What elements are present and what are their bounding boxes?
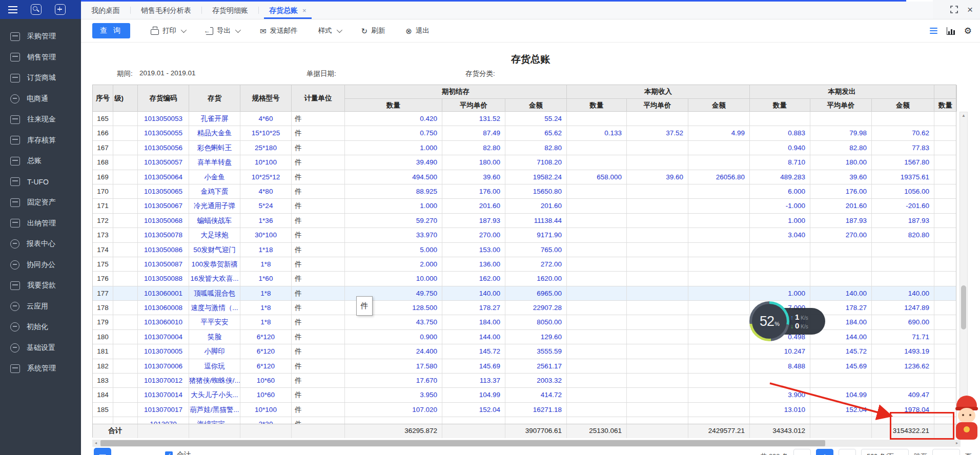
table-row[interactable]: 1681013050057喜羊羊转盘10*100件39.490180.00710… <box>93 155 956 170</box>
scroll-up-icon[interactable]: ▲ <box>960 112 967 119</box>
vertical-scrollbar[interactable]: ▲ ▼ <box>959 112 968 431</box>
fullscreen-icon[interactable] <box>950 6 958 13</box>
table-row[interactable]: 1751013050087100发恭贺新禧1*8件2.000136.00272.… <box>93 257 956 272</box>
sidebar-item-基础设置[interactable]: 基础设置 <box>0 338 81 359</box>
header-col-seq[interactable]: 序号 <box>93 85 113 112</box>
sidebar-item-电商通[interactable]: 电商通 <box>0 89 81 110</box>
page-size-select[interactable]: 500 条/页 <box>861 449 909 455</box>
sidebar-item-我要贷款[interactable]: 我要贷款 <box>0 275 81 296</box>
tab-4[interactable]: 存货总账× <box>259 2 317 19</box>
export-button[interactable]: 导出 <box>206 26 239 35</box>
header-col-unit[interactable]: 计量单位 <box>292 85 345 112</box>
sidebar-item-协同办公[interactable]: 协同办公 <box>0 255 81 276</box>
header-sub-9[interactable]: 金额 <box>872 98 934 112</box>
table-row[interactable]: 1731013050078大足球炮30*100件33.970270.009171… <box>93 228 956 242</box>
table-row[interactable]: 1711013050067冷光通用子弹5*24件1.000201.60201.6… <box>93 199 956 213</box>
header-group-2[interactable]: 本期收入 <box>567 85 750 98</box>
sidebar-item-订货商城[interactable]: 订货商城 <box>0 68 81 89</box>
header-col-level[interactable]: 级) <box>113 85 138 112</box>
sidebar-item-库存核算[interactable]: 库存核算 <box>0 130 81 151</box>
search-icon[interactable] <box>31 4 42 15</box>
sidebar-item-销售管理[interactable]: 销售管理 <box>0 47 81 68</box>
tab-1[interactable]: 我的桌面 <box>81 2 130 19</box>
header-col-spec[interactable]: 规格型号 <box>240 85 292 112</box>
loan-money-icon <box>10 281 20 290</box>
cell-num-9 <box>872 243 934 257</box>
header-sub-5[interactable]: 平均单价 <box>627 98 688 112</box>
cell-num-9 <box>872 272 934 285</box>
scroll-right-icon[interactable]: ▸ <box>953 440 961 447</box>
cell-num-7: 1.000 <box>750 286 810 300</box>
send-email-button[interactable]: ✉ 发送邮件 <box>260 26 298 35</box>
tab-close-icon[interactable]: × <box>302 7 307 14</box>
table-row[interactable]: 1701013050065金鸡下蛋4*80件88.925176.0015650.… <box>93 184 956 199</box>
table-row[interactable]: 1791013060010平平安安1*8件43.750184.008050.00… <box>93 315 956 329</box>
table-row[interactable]: 1801013070004笑脸6*120件0.900144.00129.600.… <box>93 330 956 344</box>
header-sub-6[interactable]: 金额 <box>688 98 750 112</box>
grid-action-button[interactable]: ▤ <box>94 448 111 455</box>
next-page-button[interactable]: › <box>839 449 856 455</box>
sidebar-item-往来现金[interactable]: 往来现金 <box>0 109 81 130</box>
performance-ball-overlay[interactable]: 52% <box>749 301 789 341</box>
header-col-name[interactable]: 存货 <box>189 85 240 112</box>
sidebar-item-label: 云应用 <box>27 302 48 311</box>
horizontal-scrollbar[interactable]: ◂ ▸ <box>92 440 961 447</box>
header-sub-7[interactable]: 数量 <box>750 98 810 112</box>
current-page-button[interactable]: 1 <box>816 449 833 455</box>
horizontal-scroll-thumb[interactable] <box>100 440 825 446</box>
table-row[interactable]: 1661013050055精品大金鱼15*10*25件0.75087.4965.… <box>93 126 956 140</box>
table-row[interactable]: 1771013060001顶呱呱混合包1*8件49.750140.006965.… <box>93 286 956 301</box>
gear-icon[interactable]: ⚙ <box>964 27 972 35</box>
cell-num-1: 2.000 <box>345 257 442 271</box>
table-row[interactable]: 1651013050053孔雀开屏4*60件0.420131.5255.24 <box>93 112 956 126</box>
header-group-3[interactable]: 本期发出 <box>750 85 934 98</box>
tab-2[interactable]: 销售毛利分析表 <box>131 2 201 19</box>
cell-partial <box>934 330 956 344</box>
sidebar-item-T-UFO[interactable]: T-UFO <box>0 172 81 193</box>
print-button[interactable]: 打印 <box>151 26 185 35</box>
table-row[interactable]: 1821013070006逗你玩6*120件17.580145.692561.1… <box>93 359 956 374</box>
header-sub-3[interactable]: 金额 <box>505 98 567 112</box>
table-row[interactable]: 1691013050064小金鱼10*25*12件494.50039.60195… <box>93 170 956 184</box>
header-sub-2[interactable]: 平均单价 <box>442 98 505 112</box>
bar-chart-icon[interactable] <box>947 27 955 35</box>
table-row[interactable]: 176101305008816发皆大欢喜...1*60件10.000162.00… <box>93 272 956 286</box>
header-sub-8[interactable]: 平均单价 <box>810 98 872 112</box>
table-row[interactable]: 1811013070005小脚印6*120件24.400145.723555.5… <box>93 344 956 359</box>
totals-checkbox[interactable]: ✓ <box>165 451 173 455</box>
sidebar-item-初始化[interactable]: 初始化 <box>0 317 81 338</box>
sidebar-item-报表中心[interactable]: 报表中心 <box>0 234 81 255</box>
table-row[interactable]: 1721013050068蝙蝠侠战车1*36件59.270187.9311138… <box>93 214 956 228</box>
header-col-code[interactable]: 存货编码 <box>138 85 189 112</box>
scroll-left-icon[interactable]: ◂ <box>92 440 99 447</box>
window-close-icon[interactable]: × <box>967 5 973 14</box>
tab-3[interactable]: 存货明细账 <box>202 2 258 19</box>
sidebar-item-总账[interactable]: 总账 <box>0 151 81 172</box>
jump-page-input[interactable] <box>932 449 960 455</box>
table-row[interactable]: 1671013050056彩色蝌蚪王25*180件1.00082.8082.80… <box>93 141 956 155</box>
header-group-1[interactable]: 期初结存 <box>345 85 567 98</box>
refresh-button[interactable]: ↻ 刷新 <box>361 26 385 35</box>
header-sub-partial[interactable]: 数量 <box>934 98 957 112</box>
hamburger-menu-icon[interactable] <box>8 9 17 10</box>
sidebar-item-系统管理[interactable]: 系统管理 <box>0 358 81 379</box>
header-sub-1[interactable]: 数量 <box>345 98 442 112</box>
sidebar-item-采购管理[interactable]: 采购管理 <box>0 26 81 47</box>
exit-button[interactable]: ⊗ 退出 <box>405 26 430 35</box>
cell-num-5 <box>627 257 688 271</box>
sidebar-item-固定资产[interactable]: 固定资产 <box>0 192 81 213</box>
header-group-4[interactable] <box>934 85 957 98</box>
vertical-scroll-thumb[interactable] <box>961 285 966 329</box>
new-tab-icon[interactable] <box>55 4 66 15</box>
prev-page-button[interactable]: ‹ <box>793 449 811 455</box>
list-view-icon[interactable] <box>930 28 937 34</box>
sidebar-item-出纳管理[interactable]: 出纳管理 <box>0 213 81 234</box>
style-button[interactable]: 样式 <box>318 26 341 35</box>
period-value[interactable]: 2019.01 - 2019.01 <box>139 69 196 77</box>
cell-num-8: 201.60 <box>810 199 872 213</box>
header-sub-4[interactable]: 数量 <box>567 98 627 112</box>
query-button[interactable]: 查 询 <box>92 23 130 38</box>
sidebar-item-云应用[interactable]: 云应用 <box>0 296 81 317</box>
table-row[interactable]: 1781013060008速度与激情（...1*8件128.500178.272… <box>93 301 956 315</box>
table-row[interactable]: 174101305008650发财气迎门1*18件5.000153.00765.… <box>93 243 956 257</box>
